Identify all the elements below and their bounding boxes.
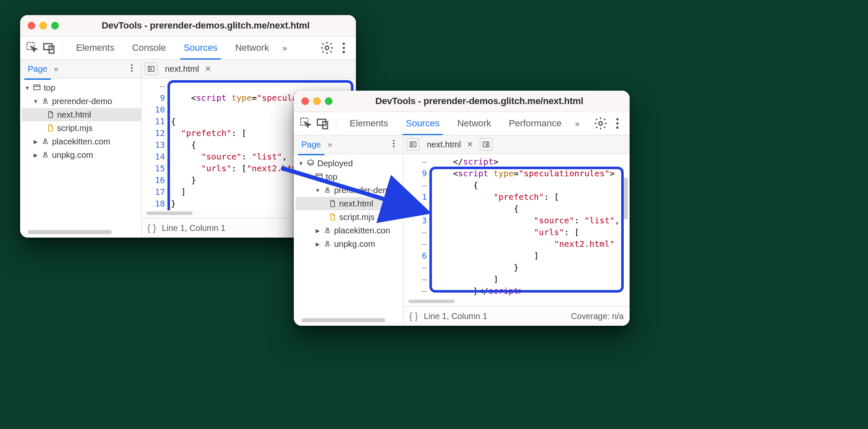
svg-point-21 (393, 146, 395, 147)
cursor-position: Line 1, Column 1 (162, 223, 225, 233)
bottom-scrollbar[interactable] (301, 318, 385, 322)
tree-file-html[interactable]: next.html (295, 197, 403, 210)
tab-sources[interactable]: Sources (176, 37, 225, 59)
svg-rect-1 (44, 44, 52, 50)
close-icon[interactable] (28, 22, 35, 29)
tree-top-label: top (326, 172, 337, 182)
navigator-tab-page[interactable]: Page (298, 138, 324, 151)
titlebar[interactable]: DevTools - prerender-demos.glitch.me/nex… (294, 91, 630, 112)
navigator-kebab-icon[interactable] (127, 63, 137, 75)
svg-rect-10 (34, 85, 40, 90)
tree-top[interactable]: ▼ top (22, 81, 141, 94)
minimize-icon[interactable] (313, 97, 321, 105)
editor-tab-file[interactable]: next.html (423, 140, 461, 149)
tab-network[interactable]: Network (450, 112, 499, 135)
tree-top-label: top (44, 83, 55, 93)
tree-placekitten[interactable]: ▶ placekitten.com (22, 135, 141, 148)
navigator-kebab-icon[interactable] (389, 139, 399, 150)
line-gutter: – 9 – 1 – 3 – – 6 – – – 20 (403, 154, 431, 298)
tab-elements[interactable]: Elements (68, 37, 122, 59)
tree-file-mjs[interactable]: script.mjs (295, 210, 403, 224)
close-icon[interactable]: ✕ (202, 64, 211, 73)
toggle-navigator-icon[interactable] (145, 63, 157, 75)
svg-point-18 (616, 126, 619, 129)
panel-tabs: Elements Sources Network Performance » (294, 112, 630, 135)
minimize-icon[interactable] (39, 22, 47, 29)
tab-console[interactable]: Console (125, 37, 174, 59)
cursor-position: Line 1, Column 1 (424, 311, 487, 321)
kebab-icon[interactable] (610, 116, 625, 131)
traffic-lights (28, 22, 59, 29)
inspect-icon[interactable] (25, 41, 39, 55)
navigator-pane: Page » ▼ top ▼ prerender-demo next.html (20, 60, 141, 238)
kebab-icon[interactable] (337, 41, 351, 55)
tree-top[interactable]: ▼ top (295, 170, 403, 183)
close-icon[interactable]: ✕ (464, 140, 473, 149)
status-bar: { } Line 1, Column 1 Coverage: n/a (403, 306, 630, 326)
traffic-lights (301, 97, 332, 105)
svg-point-16 (616, 118, 619, 120)
navigator-more-icon[interactable]: » (328, 140, 332, 149)
tree-placekitten-label: placekitten.com (52, 137, 110, 146)
svg-point-8 (131, 67, 133, 69)
pretty-print-icon[interactable]: { } (409, 311, 418, 322)
svg-point-6 (342, 51, 345, 53)
toggle-debugger-icon[interactable] (480, 138, 492, 151)
window-title: DevTools - prerender-demos.glitch.me/nex… (63, 20, 348, 31)
line-gutter: – 9 10 11 12 13 14 15 16 17 18 19 – 20 (141, 78, 169, 210)
code-area[interactable]: </script> <script type="speculationrules… (431, 154, 630, 298)
zoom-icon[interactable] (325, 97, 332, 105)
svg-point-19 (393, 140, 395, 141)
window-title: DevTools - prerender-demos.glitch.me/nex… (337, 96, 622, 107)
tab-performance[interactable]: Performance (501, 112, 569, 135)
editor-tab-file[interactable]: next.html (161, 64, 199, 74)
titlebar[interactable]: DevTools - prerender-demos.glitch.me/nex… (20, 15, 356, 37)
tree-origin-label: prerender-demo (334, 186, 394, 195)
more-tabs-icon[interactable]: » (572, 119, 583, 128)
device-toggle-icon[interactable] (316, 116, 330, 131)
tree-placekitten-label: placekitten.con (334, 226, 390, 235)
tree-unpkg[interactable]: ▶ unpkg.com (22, 148, 141, 162)
zoom-icon[interactable] (51, 22, 59, 29)
tree-unpkg-label: unpkg.com (334, 239, 375, 249)
gear-icon[interactable] (320, 41, 334, 55)
pretty-print-icon[interactable]: { } (147, 222, 156, 233)
tree-deployed-label: Deployed (317, 159, 353, 168)
toggle-navigator-icon[interactable] (407, 138, 419, 151)
tree-file-html[interactable]: next.html (22, 108, 141, 121)
gear-icon[interactable] (593, 116, 608, 131)
panel-tabs: Elements Console Sources Network » (20, 37, 356, 60)
tab-elements[interactable]: Elements (342, 112, 396, 135)
tree-deployed[interactable]: ▼ Deployed (295, 157, 403, 170)
svg-rect-13 (317, 119, 326, 125)
horizontal-scrollbar[interactable] (146, 212, 193, 215)
svg-point-17 (616, 122, 619, 125)
file-tree[interactable]: ▼ Deployed ▼ top ▼ prerender-demo next.h… (294, 154, 403, 326)
tab-network[interactable]: Network (227, 37, 277, 59)
tree-placekitten[interactable]: ▶ placekitten.con (295, 224, 403, 237)
tree-file-mjs[interactable]: script.mjs (22, 121, 141, 135)
coverage-label: Coverage: n/a (571, 311, 624, 321)
bottom-scrollbar[interactable] (28, 230, 112, 234)
svg-point-7 (131, 64, 133, 66)
tree-origin[interactable]: ▼ prerender-demo (295, 183, 403, 197)
vertical-scrollbar[interactable] (624, 178, 628, 220)
svg-point-9 (131, 70, 133, 72)
more-tabs-icon[interactable]: » (279, 43, 290, 53)
svg-rect-22 (316, 174, 322, 179)
tree-unpkg-label: unpkg.com (52, 150, 93, 160)
svg-point-15 (599, 122, 603, 126)
navigator-more-icon[interactable]: » (54, 65, 58, 73)
navigator-tab-page[interactable]: Page (24, 63, 51, 76)
close-icon[interactable] (301, 97, 309, 105)
tree-origin[interactable]: ▼ prerender-demo (22, 94, 141, 108)
svg-point-4 (342, 42, 345, 45)
tree-file-html-label: next.html (57, 110, 91, 120)
tab-sources[interactable]: Sources (398, 112, 447, 135)
tree-file-mjs-label: script.mjs (339, 212, 374, 222)
inspect-icon[interactable] (299, 116, 313, 131)
file-tree[interactable]: ▼ top ▼ prerender-demo next.html script.… (20, 78, 141, 238)
device-toggle-icon[interactable] (42, 41, 56, 55)
horizontal-scrollbar[interactable] (408, 300, 455, 303)
tree-unpkg[interactable]: ▶ unpkg.com (295, 237, 403, 251)
